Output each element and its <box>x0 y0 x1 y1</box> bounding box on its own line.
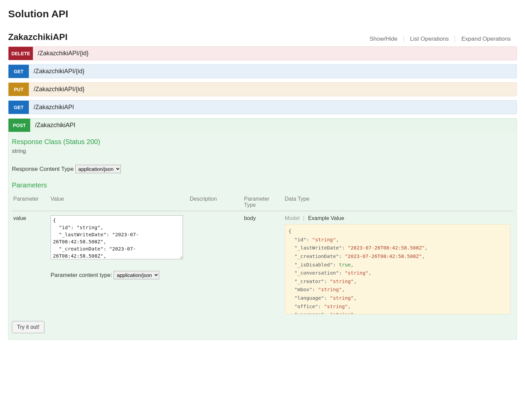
operation-path[interactable]: /ZakazchikiAPI/{id} <box>29 83 517 96</box>
model-tab[interactable]: Model <box>285 215 300 221</box>
api-header: ZakazchikiAPI Show/Hide List Operations … <box>8 32 517 42</box>
parameters-table: Parameter Value Description Parameter Ty… <box>12 194 513 316</box>
post-operation-body: Response Class (Status 200) string Respo… <box>8 132 517 340</box>
expand-operations-link[interactable]: Expand Operations <box>455 36 517 42</box>
operation-row-get[interactable]: GET/ZakazchikiAPI/{id} <box>8 64 517 78</box>
param-content-type-row: Parameter content type: application/json <box>51 271 186 279</box>
param-content-type-label: Parameter content type: <box>51 272 112 278</box>
operation-path[interactable]: /ZakazchikiAPI/{id} <box>33 47 517 60</box>
param-type-cell: body <box>243 211 283 316</box>
param-value-textarea[interactable] <box>51 215 183 259</box>
response-type: string <box>12 148 513 155</box>
example-json-box[interactable]: { "id": "string", "_lastWriteDate": "202… <box>285 224 510 314</box>
param-value-cell: Parameter content type: application/json <box>49 211 188 316</box>
try-it-out-button[interactable]: Try it out! <box>12 321 44 333</box>
th-description: Description <box>188 194 243 211</box>
method-badge-get[interactable]: GET <box>8 101 29 114</box>
th-value: Value <box>49 194 188 211</box>
method-badge-post[interactable]: POST <box>8 119 30 132</box>
response-class-heading: Response Class (Status 200) <box>12 138 513 146</box>
show-hide-link[interactable]: Show/Hide <box>363 36 404 42</box>
operation-row-put[interactable]: PUT/ZakazchikiAPI/{id} <box>8 82 517 96</box>
example-value-tab[interactable]: Example Value <box>308 215 344 221</box>
api-name[interactable]: ZakazchikiAPI <box>8 32 68 42</box>
list-operations-link[interactable]: List Operations <box>404 36 455 42</box>
response-content-type-row: Response Content Type application/json <box>12 165 513 173</box>
operation-path[interactable]: /ZakazchikiAPI/{id} <box>29 65 517 78</box>
th-parameter-type: Parameter Type <box>243 194 283 211</box>
th-data-type: Data Type <box>283 194 513 211</box>
table-row: value Parameter content type: applicatio… <box>12 211 513 316</box>
param-content-type-select[interactable]: application/json <box>114 271 159 279</box>
api-actions: Show/Hide List Operations Expand Operati… <box>363 36 517 42</box>
response-content-type-select[interactable]: application/json <box>75 165 121 173</box>
method-badge-delete[interactable]: DELETE <box>8 47 33 60</box>
parameters-heading: Parameters <box>12 181 513 189</box>
param-name-cell: value <box>12 211 49 316</box>
param-datatype-cell: Model | Example Value { "id": "string", … <box>283 211 513 316</box>
param-description-cell <box>188 211 243 316</box>
operation-path[interactable]: /ZakazchikiAPI <box>30 119 517 132</box>
page-title: Solution API <box>8 8 517 20</box>
model-example-switch: Model | Example Value <box>285 215 510 221</box>
operation-row-post[interactable]: POST/ZakazchikiAPI <box>8 118 517 132</box>
method-badge-put[interactable]: PUT <box>8 83 29 96</box>
response-content-type-label: Response Content Type <box>12 166 74 172</box>
operation-row-delete[interactable]: DELETE/ZakazchikiAPI/{id} <box>8 46 517 60</box>
th-parameter: Parameter <box>12 194 49 211</box>
separator: | <box>303 215 304 221</box>
operation-row-get[interactable]: GET/ZakazchikiAPI <box>8 100 517 114</box>
method-badge-get[interactable]: GET <box>8 65 29 78</box>
operation-path[interactable]: /ZakazchikiAPI <box>29 101 517 114</box>
